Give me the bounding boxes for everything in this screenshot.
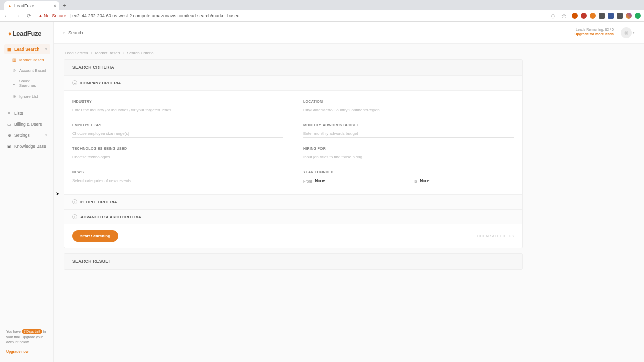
breadcrumb-item: Search Criteria xyxy=(127,51,153,55)
building-icon: ▥ xyxy=(12,58,16,62)
sidebar-item-ignore-list[interactable]: ⊘ Ignore List xyxy=(4,92,50,101)
breadcrumb-item[interactable]: Lead Search xyxy=(65,51,88,55)
company-criteria-header[interactable]: – COMPANY CRITERIA xyxy=(64,75,522,90)
ext-icon[interactable] xyxy=(581,13,587,19)
extension-icons xyxy=(572,13,641,19)
avatar-icon: ◉ xyxy=(621,27,632,38)
search-result-panel: SEARCH RESULT xyxy=(64,253,523,270)
employee-size-input[interactable] xyxy=(72,130,283,138)
chevron-down-icon: ▾ xyxy=(45,47,47,51)
sidebar-item-saved-searches[interactable]: ⤓ Saved Searches xyxy=(4,76,50,90)
person-icon: ☺ xyxy=(12,68,16,73)
year-from-input[interactable] xyxy=(315,177,405,185)
people-criteria-header[interactable]: + PEOPLE CRITERIA xyxy=(64,194,522,209)
adwords-label: MONTHLY ADWORDS BUDGET xyxy=(303,123,514,127)
industry-label: INDUSTRY xyxy=(72,100,283,103)
flame-icon: ♦ xyxy=(8,30,12,37)
content: Lead Search › Market Based › Search Crit… xyxy=(54,44,644,362)
gear-icon: ⚙ xyxy=(7,133,11,138)
ext-icon[interactable] xyxy=(590,13,596,19)
year-to-input[interactable] xyxy=(420,177,514,185)
employee-size-label: EMPLOYEE SIZE xyxy=(72,123,283,127)
upgrade-leads-link[interactable]: Upgrade for more leads xyxy=(574,32,614,36)
global-search[interactable]: ⌕ xyxy=(63,30,169,35)
key-icon[interactable]: ⬯ xyxy=(549,12,556,19)
url-text: ec2-44-232-204-60.us-west-2.compute.amaz… xyxy=(72,13,239,18)
ext-icon[interactable] xyxy=(572,13,578,19)
logo[interactable]: ♦ LeadFuze xyxy=(4,27,50,44)
year-from-label: From xyxy=(303,179,312,184)
back-icon[interactable]: ← xyxy=(3,12,10,19)
adwords-input[interactable] xyxy=(303,130,514,138)
sidebar-item-settings[interactable]: ⚙ Settings ▾ xyxy=(4,130,50,140)
sidebar-item-billing[interactable]: ▭ Billing & Users xyxy=(4,119,50,129)
panel-title: SEARCH RESULT xyxy=(64,254,522,269)
industry-input[interactable] xyxy=(72,106,283,114)
search-icon: ⌕ xyxy=(63,30,65,35)
star-icon[interactable]: ☆ xyxy=(560,12,568,19)
list-icon: ≡ xyxy=(7,111,11,116)
browser-tab[interactable]: ▲ LeadFuze × xyxy=(4,1,59,10)
news-label: NEWS xyxy=(72,170,283,174)
start-searching-button[interactable]: Start Searching xyxy=(72,230,118,242)
panel-title: SEARCH CRITERIA xyxy=(64,60,522,75)
technologies-label: TECHNOLOGIES BEING USED xyxy=(72,147,283,150)
collapse-icon: – xyxy=(72,80,77,85)
tab-title: LeadFuze xyxy=(14,3,34,8)
company-criteria-body: INDUSTRY LOCATION EMPLOYEE SIZE xyxy=(64,90,522,194)
avatar-icon[interactable] xyxy=(626,13,632,19)
trial-box: You have 7 Days Left in your trial. Upgr… xyxy=(4,326,50,357)
book-icon: ▣ xyxy=(7,144,11,149)
chevron-down-icon: ▾ xyxy=(45,133,47,137)
upgrade-now-link[interactable]: Upgrade now xyxy=(6,349,48,355)
year-founded-label: YEAR FOUNDED xyxy=(303,170,514,174)
new-tab-button[interactable]: + xyxy=(59,1,69,10)
forward-icon[interactable]: → xyxy=(14,12,21,19)
sidebar-item-lists[interactable]: ≡ Lists xyxy=(4,108,50,118)
breadcrumb-item[interactable]: Market Based xyxy=(95,51,120,55)
close-tab-icon[interactable]: × xyxy=(53,3,56,9)
not-secure-badge: ▲ Not Secure xyxy=(38,13,66,18)
chevron-right-icon: › xyxy=(123,51,124,55)
sidebar-item-account-based[interactable]: ☺ Account Based xyxy=(4,66,50,75)
url-box[interactable]: ▲ Not Secure | ec2-44-232-204-60.us-west… xyxy=(36,12,545,20)
app: ♦ LeadFuze ▦ Lead Search ▾ ▥ Market Base… xyxy=(0,22,644,362)
trial-badge: 7 Days Left xyxy=(22,329,42,334)
sidebar: ♦ LeadFuze ▦ Lead Search ▾ ▥ Market Base… xyxy=(0,22,54,362)
chevron-down-icon: ▾ xyxy=(633,31,635,35)
hiring-label: HIRING FOR xyxy=(303,147,514,150)
expand-icon: + xyxy=(72,199,77,204)
sidebar-item-market-based[interactable]: ▥ Market Based xyxy=(4,55,50,65)
clear-all-link[interactable]: CLEAR ALL FIELDS xyxy=(477,234,514,238)
address-bar: ← → ⟳ ▲ Not Secure | ec2-44-232-204-60.u… xyxy=(0,10,644,21)
favicon-icon: ▲ xyxy=(7,3,12,8)
search-input[interactable] xyxy=(68,30,169,35)
ext-icon[interactable] xyxy=(608,13,614,19)
breadcrumb: Lead Search › Market Based › Search Crit… xyxy=(64,51,634,55)
sidebar-item-lead-search[interactable]: ▦ Lead Search ▾ xyxy=(4,44,50,54)
ext-icon[interactable] xyxy=(635,13,641,19)
technologies-input[interactable] xyxy=(72,153,283,161)
panel-footer: Start Searching CLEAR ALL FIELDS xyxy=(64,224,522,248)
user-menu[interactable]: ◉ ▾ xyxy=(621,27,635,38)
save-icon: ⤓ xyxy=(12,81,16,86)
topbar: ⌕ Leads Remaining: 82 / 0 Upgrade for mo… xyxy=(54,22,644,44)
advanced-criteria-header[interactable]: + ADVANCED SEARCH CRITERIA xyxy=(64,209,522,224)
location-label: LOCATION xyxy=(303,100,514,103)
leads-remaining: Leads Remaining: 82 / 0 Upgrade for more… xyxy=(574,28,614,37)
location-input[interactable] xyxy=(303,106,514,114)
search-criteria-panel: SEARCH CRITERIA – COMPANY CRITERIA INDUS… xyxy=(64,59,523,248)
grid-icon: ▦ xyxy=(7,47,11,52)
ext-icon[interactable] xyxy=(599,13,605,19)
browser-chrome: ▲ LeadFuze × + ← → ⟳ ▲ Not Secure | ec2-… xyxy=(0,0,644,22)
card-icon: ▭ xyxy=(7,122,11,127)
sidebar-item-knowledge[interactable]: ▣ Knowledge Base xyxy=(4,141,50,151)
reload-icon[interactable]: ⟳ xyxy=(25,12,32,19)
year-to-label: To xyxy=(413,179,417,184)
ext-icon[interactable] xyxy=(617,13,623,19)
news-input[interactable] xyxy=(72,177,283,185)
tab-bar: ▲ LeadFuze × + xyxy=(0,0,644,10)
ban-icon: ⊘ xyxy=(12,94,16,99)
hiring-input[interactable] xyxy=(303,153,514,161)
expand-icon: + xyxy=(72,214,77,219)
